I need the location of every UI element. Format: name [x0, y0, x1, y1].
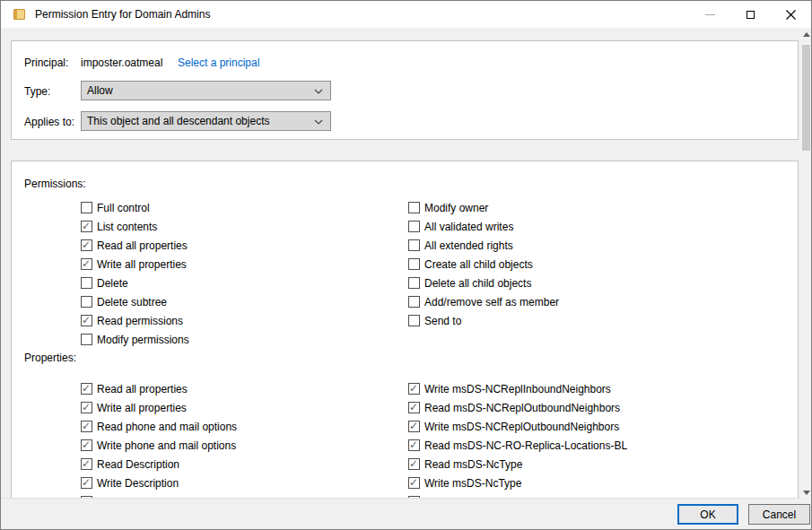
permission-row[interactable]: Write all properties: [81, 255, 189, 274]
applies-to-selected-value: This object and all descendant objects: [87, 115, 269, 127]
minimize-button[interactable]: [690, 1, 730, 28]
unchecked-checkbox-icon[interactable]: [408, 239, 420, 251]
checked-checkbox-icon[interactable]: [408, 439, 420, 451]
permission-row[interactable]: All validated writes: [408, 217, 559, 236]
type-selected-value: Allow: [87, 84, 113, 97]
permission-row[interactable]: Delete: [81, 274, 189, 292]
checkbox-label: Send to: [424, 315, 461, 327]
checkbox-label: Modify owner: [424, 202, 488, 214]
permission-row[interactable]: Read all properties: [81, 236, 189, 255]
permission-row[interactable]: Delete subtree: [81, 292, 189, 311]
permission-row[interactable]: Write msDS-NCReplOutboundNeighbors: [408, 417, 627, 436]
unchecked-checkbox-icon[interactable]: [81, 277, 92, 289]
maximize-icon: [747, 11, 755, 19]
checkbox-label: Read all properties: [97, 383, 188, 395]
checked-checkbox-icon[interactable]: [81, 383, 92, 395]
checked-checkbox-icon[interactable]: [81, 421, 92, 432]
title-bar: Permission Entry for Domain Admins: [1, 1, 811, 28]
checked-checkbox-icon[interactable]: [81, 402, 92, 413]
vertical-scrollbar[interactable]: [801, 28, 811, 500]
checked-checkbox-icon[interactable]: [81, 258, 92, 270]
permission-entry-dialog: Permission Entry for Domain Admins Princ…: [0, 0, 812, 530]
checked-checkbox-icon[interactable]: [408, 458, 420, 470]
scrollbar-thumb[interactable]: [802, 45, 810, 151]
maximize-button[interactable]: [730, 1, 771, 28]
checked-checkbox-icon[interactable]: [81, 315, 92, 326]
checkbox-label: Delete: [97, 277, 128, 290]
checked-checkbox-icon[interactable]: [81, 458, 92, 470]
permission-row[interactable]: Send to: [408, 311, 559, 330]
permission-row[interactable]: Read all properties: [81, 379, 237, 398]
principal-label: Principal:: [24, 56, 68, 69]
unchecked-checkbox-icon[interactable]: [408, 202, 420, 213]
permission-row[interactable]: Write all properties: [81, 398, 237, 417]
select-principal-link[interactable]: Select a principal: [178, 56, 259, 69]
applies-to-label: Applies to:: [24, 116, 74, 128]
permission-row[interactable]: Delete all child objects: [408, 274, 559, 292]
permission-row[interactable]: Read msDS-NCReplOutboundNeighbors: [408, 398, 627, 417]
permission-row[interactable]: Full control: [81, 198, 189, 217]
permission-row[interactable]: Read phone and mail options: [81, 417, 237, 436]
permission-row[interactable]: List contents: [81, 217, 189, 236]
unchecked-checkbox-icon[interactable]: [81, 296, 92, 308]
checked-checkbox-icon[interactable]: [81, 477, 92, 489]
unchecked-checkbox-icon[interactable]: [408, 315, 420, 326]
unchecked-checkbox-icon[interactable]: [81, 334, 92, 345]
checked-checkbox-icon[interactable]: [81, 221, 92, 232]
permission-row[interactable]: Read msDS-NcType: [408, 455, 627, 474]
permission-row[interactable]: Read Description: [81, 455, 237, 474]
properties-left-column: Read all propertiesWrite all propertiesR…: [81, 379, 237, 500]
type-dropdown[interactable]: Allow: [81, 81, 331, 100]
checkbox-label: Write all properties: [97, 402, 187, 414]
close-icon: [785, 9, 797, 21]
unchecked-checkbox-icon[interactable]: [408, 296, 420, 308]
window-title: Permission Entry for Domain Admins: [35, 8, 210, 21]
permission-row[interactable]: Write msDS-NcType: [408, 474, 627, 492]
dialog-footer: OK Cancel: [1, 498, 811, 529]
checked-checkbox-icon[interactable]: [408, 383, 420, 395]
checkbox-label: Write msDS-NCReplInboundNeighbors: [424, 383, 611, 395]
type-label: Type:: [24, 85, 50, 98]
permission-row[interactable]: Write Description: [81, 474, 237, 492]
unchecked-checkbox-icon[interactable]: [408, 221, 420, 232]
checked-checkbox-icon[interactable]: [81, 439, 92, 451]
checked-checkbox-icon[interactable]: [408, 421, 420, 432]
permission-row[interactable]: Write msDS-NCReplInboundNeighbors: [408, 379, 627, 398]
unchecked-checkbox-icon[interactable]: [408, 277, 420, 289]
checkbox-label: List contents: [97, 221, 157, 233]
unchecked-checkbox-icon[interactable]: [408, 258, 420, 270]
permission-row[interactable]: Read permissions: [81, 311, 189, 330]
checkbox-label: Read phone and mail options: [97, 421, 237, 433]
cancel-button[interactable]: Cancel: [748, 504, 810, 525]
ok-button[interactable]: OK: [677, 504, 738, 525]
applies-to-dropdown[interactable]: This object and all descendant objects: [81, 111, 331, 131]
checkbox-label: Read msDS-NcType: [424, 458, 522, 471]
scroll-up-button[interactable]: [801, 28, 811, 41]
checkbox-label: Read msDS-NC-RO-Replica-Locations-BL: [424, 439, 627, 452]
permissions-left-column: Full controlList contentsRead all proper…: [81, 198, 189, 349]
permissions-section-label: Permissions:: [24, 178, 86, 190]
checked-checkbox-icon[interactable]: [408, 477, 420, 489]
close-button[interactable]: [771, 1, 811, 28]
checkbox-label: Read msDS-NCReplOutboundNeighbors: [424, 402, 620, 414]
checked-checkbox-icon[interactable]: [408, 402, 420, 413]
properties-section-label: Properties:: [24, 352, 76, 364]
checkbox-label: Add/remove self as member: [424, 296, 559, 308]
permission-row[interactable]: Read msDS-NC-RO-Replica-Locations-BL: [408, 436, 627, 455]
checkbox-label: Write msDS-NCReplOutboundNeighbors: [424, 421, 619, 433]
scroll-down-button[interactable]: [801, 486, 811, 500]
checkbox-label: Write all properties: [97, 258, 187, 271]
checked-checkbox-icon[interactable]: [81, 239, 92, 251]
principal-value: imposter.oatmeal: [81, 56, 162, 69]
checkbox-label: Delete subtree: [97, 296, 167, 308]
permission-row[interactable]: Add/remove self as member: [408, 292, 559, 311]
permission-row[interactable]: All extended rights: [408, 236, 559, 255]
permission-row[interactable]: Modify permissions: [81, 330, 189, 349]
permission-row[interactable]: Create all child objects: [408, 255, 559, 274]
checkbox-label: Create all child objects: [424, 258, 533, 271]
unchecked-checkbox-icon[interactable]: [81, 202, 92, 213]
permission-row[interactable]: Write phone and mail options: [81, 436, 237, 455]
permission-row[interactable]: Modify owner: [408, 198, 559, 217]
checkbox-label: Read all properties: [97, 239, 188, 252]
checkbox-label: Read permissions: [97, 315, 183, 327]
